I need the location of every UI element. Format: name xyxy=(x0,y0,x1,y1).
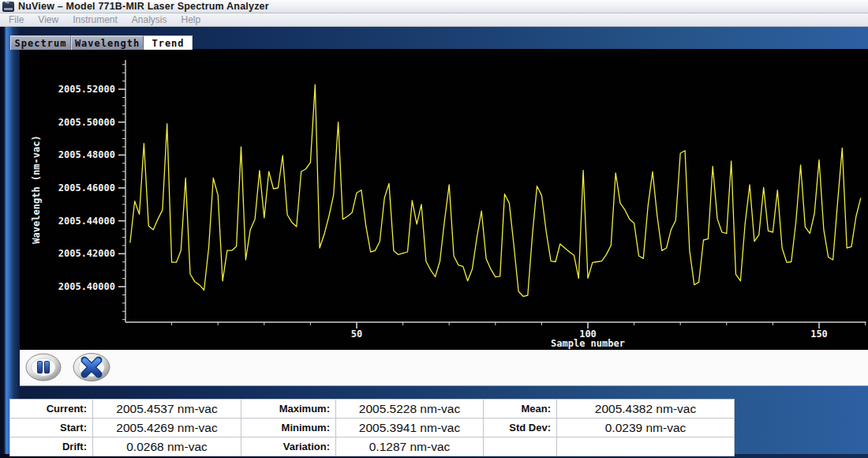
title-bar: NuView – Model 771B-MIR Laser Spectrum A… xyxy=(0,0,868,13)
stat-value-mean: 2005.4382 nm-vac xyxy=(557,400,735,419)
stat-value-drift: 0.0268 nm-vac xyxy=(93,437,241,456)
stat-value-variation: 0.1287 nm-vac xyxy=(336,437,484,456)
menu-bar: File View Instrument Analysis Help xyxy=(0,13,868,27)
app-window: NuView – Model 771B-MIR Laser Spectrum A… xyxy=(0,0,868,458)
menu-item-analysis[interactable]: Analysis xyxy=(125,14,174,25)
svg-text:2005.50000: 2005.50000 xyxy=(58,117,115,128)
svg-text:2005.44000: 2005.44000 xyxy=(58,216,115,227)
stat-label-current: Current: xyxy=(10,400,93,419)
stat-label-stddev: Std Dev: xyxy=(484,419,557,437)
table-row: Current: 2005.4537 nm-vac Maximum: 2005.… xyxy=(10,400,735,419)
stats-table: Current: 2005.4537 nm-vac Maximum: 2005.… xyxy=(9,399,735,456)
stat-label-drift: Drift: xyxy=(10,437,93,456)
table-row: Drift: 0.0268 nm-vac Variation: 0.1287 n… xyxy=(10,437,735,456)
svg-text:2005.52000: 2005.52000 xyxy=(58,84,115,95)
trend-chart: 2005.400002005.420002005.440002005.46000… xyxy=(20,49,868,350)
close-button[interactable] xyxy=(72,352,111,385)
trend-line xyxy=(130,84,861,296)
stat-value-start: 2005.4269 nm-vac xyxy=(93,419,241,437)
stat-value-empty xyxy=(557,437,735,456)
stat-value-minimum: 2005.3941 nm-vac xyxy=(336,419,484,437)
pause-button[interactable] xyxy=(24,352,62,385)
stat-label-variation: Variation: xyxy=(241,437,336,456)
svg-text:2005.42000: 2005.42000 xyxy=(58,248,115,259)
tab-bar: Spectrum Wavelength Trend xyxy=(10,36,193,50)
stat-label-mean: Mean: xyxy=(484,400,557,419)
stat-value-current: 2005.4537 nm-vac xyxy=(93,400,241,419)
tab-wavelength[interactable]: Wavelength xyxy=(71,36,144,50)
stat-label-minimum: Minimum: xyxy=(241,419,336,437)
tab-trend[interactable]: Trend xyxy=(144,36,193,50)
window-title: NuView – Model 771B-MIR Laser Spectrum A… xyxy=(18,1,269,12)
menu-item-file[interactable]: File xyxy=(2,14,31,25)
stat-value-maximum: 2005.5228 nm-vac xyxy=(336,400,484,419)
pause-icon xyxy=(24,352,62,382)
tab-spectrum[interactable]: Spectrum xyxy=(10,36,71,50)
stat-label-empty xyxy=(484,437,557,456)
app-logo-icon xyxy=(2,2,14,12)
menu-item-view[interactable]: View xyxy=(31,14,65,25)
stat-label-start: Start: xyxy=(10,419,93,437)
control-strip xyxy=(20,350,868,386)
svg-text:150: 150 xyxy=(810,328,828,340)
table-row: Start: 2005.4269 nm-vac Minimum: 2005.39… xyxy=(10,419,735,437)
stat-label-maximum: Maximum: xyxy=(241,400,336,419)
y-axis-label: Wavelength (nm-vac) xyxy=(31,135,42,243)
menu-item-instrument[interactable]: Instrument xyxy=(65,14,125,25)
trend-chart-panel: 2005.400002005.420002005.440002005.46000… xyxy=(20,49,868,350)
menu-item-help[interactable]: Help xyxy=(174,14,208,25)
close-x-icon xyxy=(72,352,111,382)
svg-text:50: 50 xyxy=(351,328,362,340)
stat-value-stddev: 0.0239 nm-vac xyxy=(557,419,735,437)
x-axis-label: Sample number xyxy=(551,338,625,349)
svg-text:2005.46000: 2005.46000 xyxy=(58,182,115,193)
svg-text:2005.48000: 2005.48000 xyxy=(58,149,115,160)
svg-text:2005.40000: 2005.40000 xyxy=(58,281,115,292)
